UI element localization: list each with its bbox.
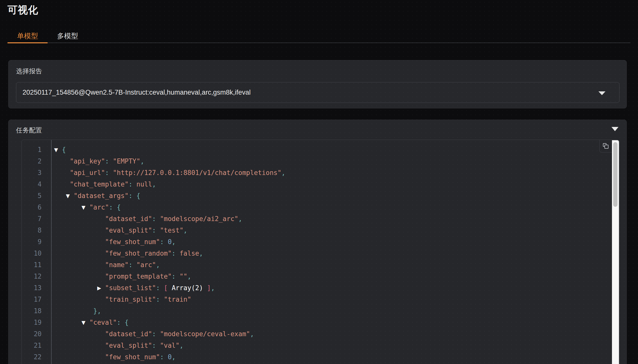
collapse-toggle-icon[interactable]: ▼ [82, 319, 89, 326]
code-token [54, 169, 70, 176]
code-token: false [180, 250, 199, 257]
line-content: }, [51, 305, 101, 317]
line-content: "name": "arc", [51, 259, 160, 271]
code-token: , [250, 330, 254, 338]
line-content: "train_split": "train" [51, 294, 191, 305]
code-token [54, 157, 70, 165]
code-token [54, 227, 105, 234]
line-number: 2 [22, 155, 51, 167]
code-line: 11 "name": "arc", [22, 259, 612, 271]
tab-multi-model[interactable]: 多模型 [48, 30, 88, 43]
page-title: 可视化 [8, 3, 38, 17]
code-token [54, 330, 105, 338]
line-content: ▼ "arc": { [51, 202, 121, 213]
line-number: 7 [22, 213, 51, 225]
code-token: : [156, 284, 164, 292]
copy-button[interactable] [599, 140, 612, 152]
code-line: 20 "dataset_id": "modelscope/ceval-exam"… [22, 328, 612, 340]
code-line: 3 "api_url": "http://127.0.0.1:8801/v1/c… [22, 167, 612, 178]
line-number: 20 [22, 328, 51, 340]
code-token: "name" [105, 261, 129, 269]
panel-collapse-icon[interactable] [611, 127, 618, 131]
code-token: : [128, 180, 136, 188]
code-token: : [128, 261, 136, 269]
code-token: , [172, 353, 176, 361]
code-line: 8 "eval_split": "test", [22, 225, 612, 236]
line-content: "few_shot_num": 0, [51, 236, 176, 248]
code-line: 6 ▼ "arc": { [22, 202, 612, 213]
line-number: 10 [22, 248, 51, 259]
task-panel-label: 任务配置 [16, 126, 42, 135]
code-token [54, 284, 97, 292]
task-config-panel: 任务配置 1▼ {2 "api_key": "EMPTY",3 "api_url… [8, 120, 627, 364]
code-token: "arc" [89, 204, 109, 211]
line-number: 22 [22, 351, 51, 363]
dropdown-arrow-icon[interactable] [598, 91, 605, 95]
code-token [54, 215, 105, 223]
code-token: , [156, 261, 160, 269]
collapse-toggle-icon[interactable]: ▼ [54, 146, 62, 153]
code-token [54, 261, 105, 269]
line-number: 11 [22, 259, 51, 271]
line-content: "prompt_template": "", [51, 271, 191, 282]
code-token: "eval_split" [105, 227, 152, 234]
code-token: "eval_split" [105, 342, 152, 349]
code-token [54, 319, 82, 326]
code-token: "few_shot_num" [105, 353, 160, 361]
code-token: : [105, 169, 113, 176]
report-dropdown-value: 20250117_154856@Qwen2.5-7B-Instruct:ceva… [16, 89, 251, 96]
code-token: null [136, 180, 152, 188]
code-token [54, 353, 105, 361]
report-panel: 选择报告 20250117_154856@Qwen2.5-7B-Instruct… [8, 60, 627, 108]
tab-single-model[interactable]: 单模型 [8, 30, 48, 43]
code-line: 1▼ { [22, 144, 612, 155]
code-token [54, 180, 70, 188]
scrollbar-thumb[interactable] [613, 142, 617, 207]
line-content: "chat_template": null, [51, 178, 156, 190]
code-token [54, 238, 105, 246]
code-token: , [281, 169, 285, 176]
code-token: { [62, 146, 66, 153]
code-token: "test" [160, 227, 184, 234]
collapse-toggle-icon[interactable]: ▼ [66, 192, 74, 200]
code-token: "api_key" [70, 157, 105, 165]
code-token: : [160, 353, 168, 361]
code-line: 12 "prompt_template": "", [22, 271, 612, 282]
code-token: Array(2) [172, 284, 203, 292]
code-token: "modelscope/ai2_arc" [160, 215, 238, 223]
code-token: "" [180, 273, 187, 280]
json-viewer: 1▼ {2 "api_key": "EMPTY",3 "api_url": "h… [22, 140, 619, 364]
code-token: 0 [168, 238, 172, 246]
line-content: "few_shot_random": false, [51, 248, 203, 259]
code-token: ] [203, 284, 211, 292]
line-number: 18 [22, 305, 51, 317]
collapse-toggle-icon[interactable]: ▼ [82, 204, 89, 211]
code-token: : [152, 342, 160, 349]
line-number: 3 [22, 167, 51, 178]
code-line: 18 }, [22, 305, 612, 317]
code-token [54, 342, 105, 349]
code-token: : [156, 296, 164, 303]
code-token: "train" [164, 296, 191, 303]
code-token: : [172, 273, 180, 280]
code-token: "EMPTY" [113, 157, 140, 165]
code-scrollbar[interactable] [612, 140, 619, 364]
code-token: : [152, 215, 160, 223]
code-line: 4 "chat_template": null, [22, 178, 612, 190]
report-dropdown[interactable]: 20250117_154856@Qwen2.5-7B-Instruct:ceva… [16, 82, 619, 103]
code-line: 5 ▼ "dataset_args": { [22, 190, 612, 202]
code-token: , [172, 238, 176, 246]
line-number: 4 [22, 178, 51, 190]
code-token: }, [93, 307, 101, 315]
code-line: 7 "dataset_id": "modelscope/ai2_arc", [22, 213, 612, 225]
code-token: , [152, 180, 156, 188]
code-line: 2 "api_key": "EMPTY", [22, 155, 612, 167]
code-token: "prompt_template" [105, 273, 172, 280]
code-token: "arc" [136, 261, 156, 269]
code-token: , [238, 215, 242, 223]
code-token: : [152, 227, 160, 234]
code-token: : [105, 157, 113, 165]
code-token [54, 192, 66, 200]
code-line: 21 "eval_split": "val", [22, 340, 612, 351]
expand-toggle-icon[interactable]: ▶ [97, 284, 105, 292]
